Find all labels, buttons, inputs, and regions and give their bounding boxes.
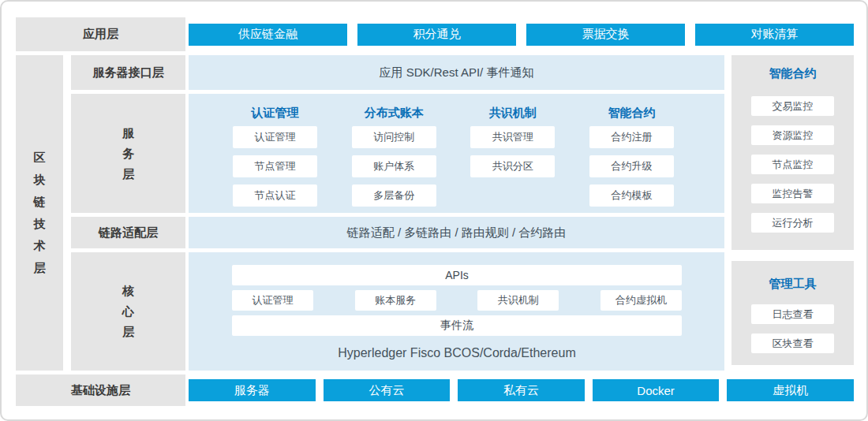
core-layer-panel: APIs 认证管理 账本服务 共识机制 合约虚拟机 事件流 Hyperledge… [189, 252, 724, 371]
core-apis-bar: APIs [232, 265, 682, 285]
service-item: 节点管理 [233, 155, 317, 177]
monitor-item: 节点监控 [751, 155, 834, 174]
monitor-panel: 智能合约 交易监控 资源监控 节点监控 监控告警 运行分析 [731, 55, 854, 250]
blockchain-tech-layer-label: 区块链技术层 [16, 55, 63, 371]
service-column-consensus: 共识机制 共识管理 共识分区 [470, 105, 555, 213]
tools-panel: 管理工具 日志查看 区块查看 [731, 261, 854, 365]
infra-block-vm: 虚拟机 [727, 379, 854, 401]
service-column-header: 智能合约 [589, 105, 674, 121]
monitor-panel-title: 智能合约 [731, 55, 854, 81]
infra-block-public-cloud: 公有云 [324, 379, 451, 401]
monitor-item: 资源监控 [751, 125, 834, 145]
infra-layer-buttons: 服务器 公有云 私有云 Docker 虚拟机 [189, 374, 854, 406]
interface-layer-label: 服务器接口层 [71, 55, 185, 90]
service-item: 共识分区 [470, 155, 555, 177]
app-block-bill-exchange: 票据交换 [526, 24, 685, 46]
app-block-supply-chain-finance: 供应链金融 [189, 24, 347, 46]
service-item: 共识管理 [470, 126, 555, 148]
service-column-distributed-ledger: 分布式账本 访问控制 账户体系 多层备份 [352, 105, 436, 213]
infra-block-server: 服务器 [189, 379, 316, 401]
monitor-item: 运行分析 [751, 213, 834, 233]
core-event-stream-bar: 事件流 [232, 315, 682, 336]
monitor-item: 监控告警 [751, 184, 834, 203]
adapter-layer-label: 链路适配层 [71, 217, 185, 248]
infra-layer-label: 基础设施层 [16, 374, 185, 406]
service-item: 节点认证 [233, 184, 317, 207]
core-platforms-text: Hyperledger Fisco BCOS/Corda/Ethereum [232, 346, 682, 360]
core-box-ledger: 账本服务 [355, 290, 436, 311]
service-item: 访问控制 [352, 126, 436, 148]
infra-block-docker: Docker [593, 379, 720, 401]
sdk-api-bar: 应用 SDK/Rest API/ 事件通知 [189, 55, 724, 90]
blockchain-architecture-diagram: 应用层 供应链金融 积分通兑 票据交换 对账清算 区块链技术层 服务器接口层 服… [0, 0, 868, 421]
app-block-reconciliation: 对账清算 [695, 24, 854, 46]
service-item: 账户体系 [352, 155, 436, 177]
service-column-header: 分布式账本 [352, 105, 436, 121]
core-service-boxes: 认证管理 账本服务 共识机制 合约虚拟机 [232, 290, 682, 311]
core-box-auth: 认证管理 [232, 290, 313, 311]
service-layer-panel: 认证管理 认证管理 节点管理 节点认证 分布式账本 访问控制 账户体系 多层备份… [189, 94, 724, 213]
app-layer-row: 应用层 供应链金融 积分通兑 票据交换 对账清算 [16, 17, 854, 51]
tools-panel-title: 管理工具 [731, 261, 854, 292]
infra-layer-row: 基础设施层 服务器 公有云 私有云 Docker 虚拟机 [16, 374, 854, 406]
service-layer-label: 服务层 [71, 94, 185, 213]
app-block-points-exchange: 积分通兑 [357, 24, 516, 46]
service-item: 合约注册 [589, 126, 674, 148]
app-layer-label: 应用层 [16, 17, 185, 51]
sub-layer-labels: 服务器接口层 服务层 链路适配层 核心层 [71, 55, 185, 371]
service-column-smart-contract: 智能合约 合约注册 合约升级 合约模板 [589, 105, 674, 213]
core-layer-label: 核心层 [71, 252, 185, 371]
service-column-auth-management: 认证管理 认证管理 节点管理 节点认证 [233, 105, 317, 213]
adapter-layer-bar: 链路适配 / 多链路由 / 路由规则 / 合约路由 [189, 217, 724, 248]
service-column-header: 共识机制 [470, 105, 555, 121]
app-layer-buttons: 供应链金融 积分通兑 票据交换 对账清算 [189, 17, 854, 51]
service-item: 多层备份 [352, 184, 436, 207]
service-item: 认证管理 [233, 126, 317, 148]
tools-item: 日志查看 [751, 304, 834, 324]
service-item: 合约模板 [589, 184, 674, 207]
blockchain-tech-layer-section: 区块链技术层 服务器接口层 服务层 链路适配层 核心层 应用 SDK/Rest … [16, 55, 854, 371]
core-box-contract-vm: 合约虚拟机 [600, 290, 682, 311]
service-column-header: 认证管理 [233, 105, 317, 121]
core-box-consensus: 共识机制 [477, 290, 559, 311]
tools-item: 区块查看 [751, 333, 834, 353]
service-item: 合约升级 [589, 155, 674, 177]
monitor-item: 交易监控 [751, 96, 834, 116]
infra-block-private-cloud: 私有云 [458, 379, 585, 401]
